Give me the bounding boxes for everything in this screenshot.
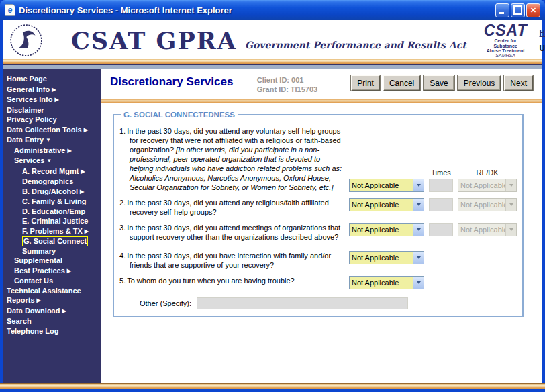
question-row-2: 2.In the past 30 days, did you attend an… <box>119 198 517 217</box>
q5-response-select[interactable]: Not Applicable <box>349 276 424 289</box>
question-2-text: 2.In the past 30 days, did you attend an… <box>119 198 345 217</box>
chevron-down-icon <box>505 224 516 236</box>
active-item-highlight: G. Social Connect <box>22 236 88 246</box>
internet-explorer-icon: e <box>5 4 15 16</box>
q3-response-select[interactable]: Not Applicable <box>349 223 424 236</box>
main-panel: Discretionary Services Client ID: 001 Gr… <box>101 69 542 383</box>
sidebar-item-family-living[interactable]: C. Family & Living <box>7 197 101 207</box>
previous-button[interactable]: Previous <box>458 75 501 91</box>
sidebar-item-criminal-justice[interactable]: E. Criminal Justice <box>7 216 101 226</box>
csat-logo-line1: Center for Substance <box>484 38 528 48</box>
sidebar-item-record-mgmt[interactable]: A. Record Mgmt▶ <box>7 166 101 177</box>
sidebar-item-administrative[interactable]: Administrative▶ <box>7 146 101 156</box>
other-specify-input <box>197 297 408 309</box>
browser-window: e Discretionary Services - Microsoft Int… <box>0 0 545 392</box>
question-row-5: 5.To whom do you turn when you are havin… <box>119 276 517 289</box>
chevron-down-icon[interactable] <box>413 224 424 236</box>
maximize-button[interactable] <box>511 3 525 17</box>
section-legend: G. SOCIAL CONNECTEDNESS <box>121 111 238 119</box>
chevron-down-icon[interactable] <box>413 252 424 264</box>
window-title: Discretionary Services - Microsoft Inter… <box>19 5 495 15</box>
sidebar-item-home-page[interactable]: Home Page <box>7 74 101 85</box>
sidebar-item-telephone-log[interactable]: Telephone Log <box>7 326 101 336</box>
client-grant-ids: Client ID: 001 Grant ID: TI15703 <box>257 75 351 94</box>
minimize-button[interactable] <box>495 3 509 17</box>
column-headers: Times RF/DK <box>349 168 517 177</box>
gold-divider-bottom <box>0 383 545 389</box>
cancel-button[interactable]: Cancel <box>383 75 420 91</box>
question-row-4: 4.In the past 30 days, did you have inte… <box>119 251 517 270</box>
q3-rfdk-select: Not Applicable <box>458 223 517 236</box>
question-5-text: 5.To whom do you turn when you are havin… <box>119 276 345 285</box>
client-id: Client ID: 001 <box>257 75 351 85</box>
sidebar-item-drug-alcohol[interactable]: B. Drug/Alcohol▶ <box>7 187 101 197</box>
sidebar-item-general-info[interactable]: General Info▶ <box>7 85 101 95</box>
chevron-down-icon <box>505 199 516 211</box>
grant-id: Grant ID: TI15703 <box>257 85 351 94</box>
sidebar-item-reports[interactable]: Reports▶ <box>7 295 101 306</box>
q1-times-input <box>429 179 453 192</box>
sidebar-item-demographics[interactable]: Demographics <box>7 177 101 187</box>
gold-divider-top <box>3 59 542 65</box>
sidebar-item-privacy-policy[interactable]: Privacy Policy <box>7 115 101 125</box>
social-connectedness-fieldset: G. SOCIAL CONNECTEDNESS 1.In the past 30… <box>113 111 524 317</box>
question-4-text: 4.In the past 30 days, did you have inte… <box>119 251 345 270</box>
sidebar-item-supplemental[interactable]: Supplemental <box>7 256 101 266</box>
sidebar-item-problems-tx[interactable]: F. Problems & TX▶ <box>7 226 101 237</box>
csat-logo-line2: Abuse Treatment <box>484 48 528 53</box>
chevron-down-icon[interactable] <box>413 199 424 211</box>
question-3-text: 3.In the past 30 days, did you attend me… <box>119 223 345 242</box>
sidebar-item-social-connect-active[interactable]: G. Social Connect <box>7 236 101 246</box>
csat-logo-title: CSAT <box>484 22 528 38</box>
expand-arrow-icon: ▶ <box>80 189 84 195</box>
q1-rfdk-select: Not Applicable <box>458 179 517 192</box>
expand-arrow-icon: ▶ <box>67 148 71 154</box>
sidebar-item-education-emp[interactable]: D. Education/Emp <box>7 207 101 217</box>
logged-in-user: User: Christopher Shumway <box>540 44 545 53</box>
expand-arrow-icon: ▶ <box>52 87 56 93</box>
q3-times-input <box>429 223 453 236</box>
sidebar-item-data-collection-tools[interactable]: Data Collection Tools▶ <box>7 125 101 136</box>
question-1-text: 1.In the past 30 days, did you attend an… <box>119 126 345 192</box>
expand-arrow-icon: ▶ <box>85 228 89 234</box>
collapse-arrow-icon: ▼ <box>46 158 52 164</box>
print-button[interactable]: Print <box>351 75 380 91</box>
ie-e-glyph: e <box>8 5 13 15</box>
rfdk-column-header: RF/DK <box>458 168 517 177</box>
sidebar-item-disclaimer[interactable]: Disclaimer <box>7 105 101 115</box>
sidebar-item-services-info[interactable]: Services Info▶ <box>7 95 101 105</box>
q4-response-select[interactable]: Not Applicable <box>349 251 424 264</box>
csat-logo-line3: SAMHSA <box>484 53 528 58</box>
expand-arrow-icon: ▶ <box>81 168 85 175</box>
sidebar-nav: Home Page General Info▶ Services Info▶ D… <box>3 69 101 383</box>
close-icon: ✕ <box>530 6 536 15</box>
close-button[interactable]: ✕ <box>526 3 540 17</box>
q1-response-select[interactable]: Not Applicable <box>349 179 424 192</box>
sidebar-item-summary[interactable]: Summary <box>7 246 101 256</box>
times-column-header: Times <box>429 168 453 177</box>
sidebar-item-search[interactable]: Search <box>7 316 101 326</box>
next-button[interactable]: Next <box>504 75 533 91</box>
title-bar: e Discretionary Services - Microsoft Int… <box>0 0 545 20</box>
sidebar-item-services[interactable]: Services▼ <box>7 156 101 166</box>
sidebar-item-technical-assistance[interactable]: Technical Assistance <box>7 286 101 296</box>
save-button[interactable]: Save <box>424 75 454 91</box>
collapse-arrow-icon: ▼ <box>46 137 51 143</box>
sidebar-item-data-entry[interactable]: Data Entry▼ <box>7 135 101 146</box>
expand-arrow-icon: ▶ <box>54 97 58 103</box>
q2-rfdk-select: Not Applicable <box>458 198 517 211</box>
expand-arrow-icon: ▶ <box>67 268 71 274</box>
hhs-eagle-logo <box>9 23 43 57</box>
sidebar-item-best-practices[interactable]: Best Practices▶ <box>7 266 101 277</box>
expand-arrow-icon: ▶ <box>84 127 88 133</box>
window-bottom-border <box>0 389 545 392</box>
q2-response-select[interactable]: Not Applicable <box>349 198 424 211</box>
brand-title: CSAT GPRA <box>71 27 237 54</box>
sidebar-item-data-download[interactable]: Data Download▶ <box>7 306 101 317</box>
expand-arrow-icon: ▶ <box>62 308 66 314</box>
help-link[interactable]: Help <box>540 28 545 38</box>
sidebar-item-contact-us[interactable]: Contact Us <box>7 276 101 286</box>
chevron-down-icon[interactable] <box>413 277 424 289</box>
brand-tagline: Government Performance and Results Act <box>245 40 466 50</box>
chevron-down-icon[interactable] <box>413 179 424 191</box>
